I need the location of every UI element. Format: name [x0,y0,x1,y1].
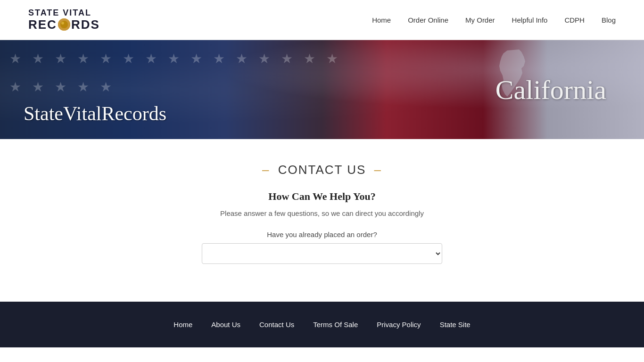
hero-left-text: StateVitalRecords [24,102,166,125]
footer-link-home[interactable]: Home [173,321,192,329]
svg-point-2 [61,22,64,25]
dash-left: – [262,163,270,177]
dash-right: – [374,163,382,177]
footer-link-contact-us[interactable]: Contact Us [259,321,294,329]
logo-text-rec: REC [28,18,57,32]
order-question-label: Have you already placed an order? [9,230,635,239]
nav-item-helpful-info[interactable]: Helpful Info [512,16,548,24]
hero-right-text: California [495,74,606,106]
logo-circle-o [58,18,70,31]
hero-banner: StateVitalRecords California [0,40,644,139]
help-subtext: Please answer a few questions, so we can… [9,209,635,217]
site-logo[interactable]: STATE VITAL REC RDS [28,8,100,31]
footer-link-state-site[interactable]: State Site [440,321,471,329]
logo-line1: STATE VITAL [28,8,100,18]
footer-link-privacy-policy[interactable]: Privacy Policy [377,321,421,329]
svg-point-1 [60,21,68,28]
nav-item-home[interactable]: Home [372,16,391,24]
nav-item-cdph[interactable]: CDPH [564,16,585,24]
nav-item-my-order[interactable]: My Order [465,16,495,24]
nav-item-blog[interactable]: Blog [602,16,616,24]
order-select-wrapper: YesNo [202,243,442,264]
main-content: – CONTACT US – How Can We Help You? Plea… [0,139,644,302]
nav-item-order-online[interactable]: Order Online [408,16,448,24]
help-heading: How Can We Help You? [9,190,635,203]
contact-title-text: CONTACT US [278,163,366,177]
logo-text-rds: RDS [71,18,100,32]
footer-link-about-us[interactable]: About Us [211,321,240,329]
site-header: STATE VITAL REC RDS HomeOrder OnlineMy O… [0,0,644,40]
footer-links: HomeAbout UsContact UsTerms Of SalePriva… [9,321,635,329]
footer-link-terms-of-sale[interactable]: Terms Of Sale [313,321,358,329]
contact-heading: – CONTACT US – [9,163,635,177]
main-nav: HomeOrder OnlineMy OrderHelpful InfoCDPH… [372,16,616,24]
order-placed-select[interactable]: YesNo [202,243,442,264]
site-footer: HomeAbout UsContact UsTerms Of SalePriva… [0,302,644,347]
logo-line2: REC RDS [28,18,100,32]
